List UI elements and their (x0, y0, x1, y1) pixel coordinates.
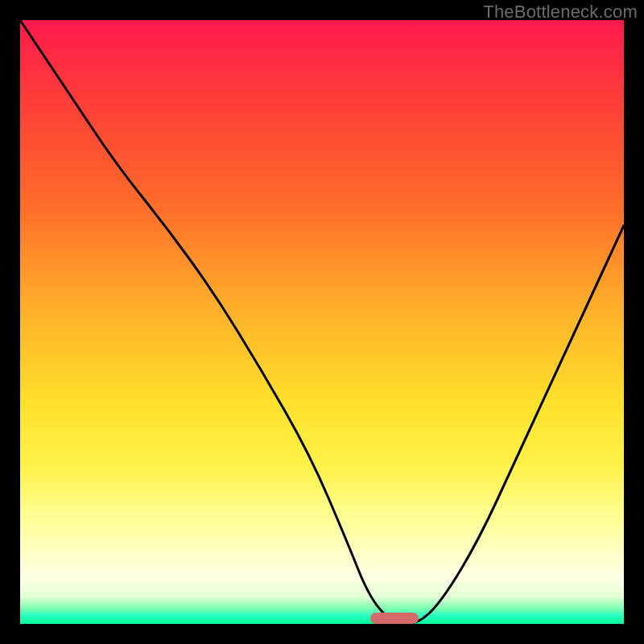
curve-path (20, 20, 624, 624)
plot-area (20, 20, 624, 624)
bottleneck-curve (20, 20, 624, 624)
optimal-range-marker (370, 613, 419, 624)
chart-frame: TheBottleneck.com (0, 0, 644, 644)
